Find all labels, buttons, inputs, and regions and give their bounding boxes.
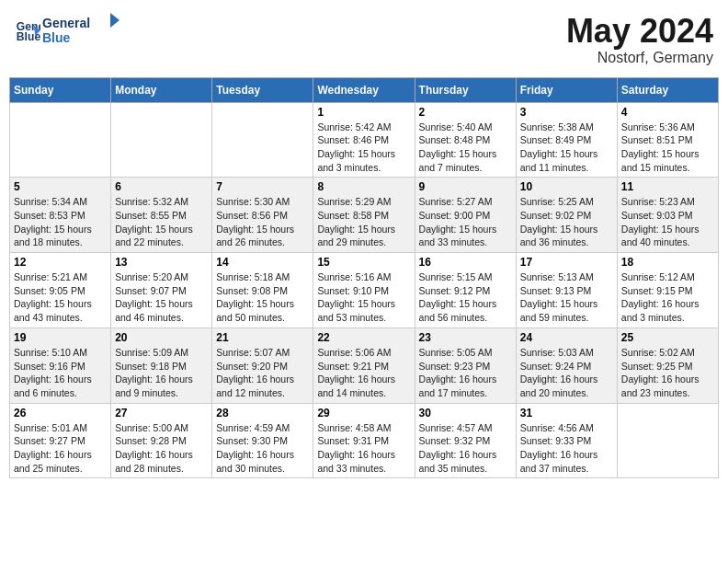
day-info: Sunrise: 5:20 AM Sunset: 9:07 PM Dayligh…: [115, 270, 208, 325]
calendar-cell: 1Sunrise: 5:42 AM Sunset: 8:46 PM Daylig…: [313, 102, 415, 178]
calendar-cell: 5Sunrise: 5:34 AM Sunset: 8:53 PM Daylig…: [10, 178, 111, 253]
weekday-header: Thursday: [415, 77, 516, 102]
day-number: 15: [317, 256, 410, 269]
location: Nostorf, Germany: [566, 50, 713, 66]
day-number: 26: [14, 407, 107, 419]
calendar-header-row: SundayMondayTuesdayWednesdayThursdayFrid…: [10, 77, 719, 102]
day-info: Sunrise: 4:56 AM Sunset: 9:33 PM Dayligh…: [520, 421, 613, 476]
weekday-header: Tuesday: [212, 77, 313, 102]
day-number: 6: [115, 180, 208, 193]
day-info: Sunrise: 5:40 AM Sunset: 8:48 PM Dayligh…: [419, 121, 512, 175]
calendar-cell: 30Sunrise: 4:57 AM Sunset: 9:32 PM Dayli…: [415, 403, 516, 478]
weekday-header: Sunday: [10, 77, 111, 102]
svg-marker-4: [110, 13, 119, 28]
calendar-table: SundayMondayTuesdayWednesdayThursdayFrid…: [9, 77, 719, 479]
day-number: 21: [216, 331, 309, 344]
day-number: 28: [216, 407, 309, 419]
day-number: 27: [115, 407, 208, 419]
day-info: Sunrise: 5:38 AM Sunset: 8:49 PM Dayligh…: [520, 121, 613, 175]
weekday-header: Friday: [516, 77, 617, 102]
day-number: 18: [621, 256, 714, 269]
calendar-cell: [212, 102, 313, 178]
calendar-week-row: 1Sunrise: 5:42 AM Sunset: 8:46 PM Daylig…: [10, 102, 719, 178]
calendar-cell: 29Sunrise: 4:58 AM Sunset: 9:31 PM Dayli…: [313, 403, 415, 478]
day-number: 25: [621, 331, 714, 344]
day-number: 7: [216, 180, 309, 193]
day-info: Sunrise: 5:32 AM Sunset: 8:55 PM Dayligh…: [115, 195, 208, 249]
svg-text:Blue: Blue: [42, 30, 71, 45]
day-info: Sunrise: 5:12 AM Sunset: 9:15 PM Dayligh…: [621, 270, 714, 325]
calendar-cell: 7Sunrise: 5:30 AM Sunset: 8:56 PM Daylig…: [212, 178, 313, 253]
weekday-header: Wednesday: [313, 77, 415, 102]
day-number: 23: [419, 331, 512, 344]
calendar-cell: 3Sunrise: 5:38 AM Sunset: 8:49 PM Daylig…: [516, 102, 617, 178]
page-header: General Blue General Blue May 2024 Nosto…: [9, 9, 719, 70]
calendar-cell: 28Sunrise: 4:59 AM Sunset: 9:30 PM Dayli…: [212, 403, 313, 478]
calendar-cell: 14Sunrise: 5:18 AM Sunset: 9:08 PM Dayli…: [212, 253, 313, 328]
calendar-cell: 4Sunrise: 5:36 AM Sunset: 8:51 PM Daylig…: [617, 102, 718, 178]
day-number: 10: [520, 180, 613, 193]
day-info: Sunrise: 5:36 AM Sunset: 8:51 PM Dayligh…: [621, 121, 714, 175]
calendar-cell: 8Sunrise: 5:29 AM Sunset: 8:58 PM Daylig…: [313, 178, 415, 253]
day-number: 31: [520, 407, 613, 419]
day-info: Sunrise: 5:21 AM Sunset: 9:05 PM Dayligh…: [14, 270, 107, 325]
day-info: Sunrise: 5:29 AM Sunset: 8:58 PM Dayligh…: [317, 195, 410, 249]
calendar-cell: 23Sunrise: 5:05 AM Sunset: 9:23 PM Dayli…: [415, 327, 516, 403]
calendar-cell: 27Sunrise: 5:00 AM Sunset: 9:28 PM Dayli…: [111, 403, 212, 478]
calendar-cell: 2Sunrise: 5:40 AM Sunset: 8:48 PM Daylig…: [415, 102, 516, 178]
day-number: 9: [419, 180, 512, 193]
day-number: 11: [621, 180, 714, 193]
day-info: Sunrise: 5:02 AM Sunset: 9:25 PM Dayligh…: [621, 346, 714, 400]
month-year: May 2024: [566, 13, 713, 50]
day-info: Sunrise: 5:15 AM Sunset: 9:12 PM Dayligh…: [419, 270, 512, 325]
day-number: 1: [317, 106, 410, 119]
day-number: 8: [317, 180, 410, 193]
calendar-week-row: 5Sunrise: 5:34 AM Sunset: 8:53 PM Daylig…: [10, 178, 719, 253]
day-info: Sunrise: 5:30 AM Sunset: 8:56 PM Dayligh…: [216, 195, 309, 249]
day-info: Sunrise: 5:01 AM Sunset: 9:27 PM Dayligh…: [14, 421, 107, 476]
month-title: May 2024 Nostorf, Germany: [566, 13, 713, 66]
day-info: Sunrise: 5:10 AM Sunset: 9:16 PM Dayligh…: [14, 346, 107, 400]
day-number: 12: [14, 256, 107, 269]
calendar-cell: 24Sunrise: 5:03 AM Sunset: 9:24 PM Dayli…: [516, 327, 617, 403]
calendar-cell: 21Sunrise: 5:07 AM Sunset: 9:20 PM Dayli…: [212, 327, 313, 403]
day-number: 5: [14, 180, 107, 193]
calendar-cell: 20Sunrise: 5:09 AM Sunset: 9:18 PM Dayli…: [111, 327, 212, 403]
calendar-cell: 6Sunrise: 5:32 AM Sunset: 8:55 PM Daylig…: [111, 178, 212, 253]
day-info: Sunrise: 5:06 AM Sunset: 9:21 PM Dayligh…: [317, 346, 410, 400]
day-info: Sunrise: 5:05 AM Sunset: 9:23 PM Dayligh…: [419, 346, 512, 400]
day-number: 4: [621, 106, 714, 119]
calendar-cell: 18Sunrise: 5:12 AM Sunset: 9:15 PM Dayli…: [617, 253, 718, 328]
day-number: 13: [115, 256, 208, 269]
day-info: Sunrise: 4:58 AM Sunset: 9:31 PM Dayligh…: [317, 421, 410, 476]
day-info: Sunrise: 4:59 AM Sunset: 9:30 PM Dayligh…: [216, 421, 309, 476]
calendar-week-row: 19Sunrise: 5:10 AM Sunset: 9:16 PM Dayli…: [10, 327, 719, 403]
calendar-cell: 17Sunrise: 5:13 AM Sunset: 9:13 PM Dayli…: [516, 253, 617, 328]
logo-svg: General Blue: [42, 13, 125, 50]
weekday-header: Saturday: [617, 77, 718, 102]
day-info: Sunrise: 5:03 AM Sunset: 9:24 PM Dayligh…: [520, 346, 613, 400]
day-number: 14: [216, 256, 309, 269]
day-info: Sunrise: 5:00 AM Sunset: 9:28 PM Dayligh…: [115, 421, 208, 476]
logo: General Blue General Blue: [15, 13, 125, 50]
calendar-cell: [10, 102, 111, 178]
day-info: Sunrise: 5:42 AM Sunset: 8:46 PM Dayligh…: [317, 121, 410, 175]
calendar-cell: [111, 102, 212, 178]
day-info: Sunrise: 5:34 AM Sunset: 8:53 PM Dayligh…: [14, 195, 107, 249]
day-info: Sunrise: 5:27 AM Sunset: 9:00 PM Dayligh…: [419, 195, 512, 249]
day-info: Sunrise: 5:25 AM Sunset: 9:02 PM Dayligh…: [520, 195, 613, 249]
weekday-header: Monday: [111, 77, 212, 102]
calendar-cell: 26Sunrise: 5:01 AM Sunset: 9:27 PM Dayli…: [10, 403, 111, 478]
calendar-body: 1Sunrise: 5:42 AM Sunset: 8:46 PM Daylig…: [10, 102, 719, 478]
day-info: Sunrise: 5:13 AM Sunset: 9:13 PM Dayligh…: [520, 270, 613, 325]
calendar-cell: 16Sunrise: 5:15 AM Sunset: 9:12 PM Dayli…: [415, 253, 516, 328]
day-number: 19: [14, 331, 107, 344]
day-number: 29: [317, 407, 410, 419]
day-info: Sunrise: 5:23 AM Sunset: 9:03 PM Dayligh…: [621, 195, 714, 249]
day-number: 22: [317, 331, 410, 344]
calendar-week-row: 12Sunrise: 5:21 AM Sunset: 9:05 PM Dayli…: [10, 253, 719, 328]
day-number: 20: [115, 331, 208, 344]
calendar-cell: 22Sunrise: 5:06 AM Sunset: 9:21 PM Dayli…: [313, 327, 415, 403]
day-number: 16: [419, 256, 512, 269]
day-info: Sunrise: 4:57 AM Sunset: 9:32 PM Dayligh…: [419, 421, 512, 476]
